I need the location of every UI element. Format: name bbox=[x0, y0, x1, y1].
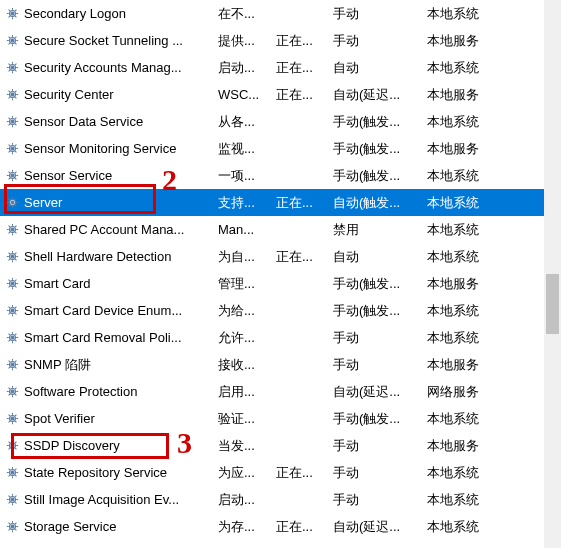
services-list[interactable]: Secondary Logon在不...手动本地系统Secure Socket … bbox=[0, 0, 561, 540]
service-name: SSDP Discovery bbox=[24, 438, 214, 453]
service-row[interactable]: Smart Card Removal Poli...允许...手动本地系统 bbox=[0, 324, 561, 351]
service-name-cell[interactable]: Sensor Data Service bbox=[0, 114, 218, 130]
service-description: 启动... bbox=[218, 59, 276, 77]
svg-point-21 bbox=[11, 282, 14, 285]
service-row[interactable]: Sensor Data Service从各...手动(触发...本地系统 bbox=[0, 108, 561, 135]
service-name-cell[interactable]: Smart Card bbox=[0, 276, 218, 292]
svg-point-7 bbox=[11, 93, 14, 96]
service-startup-type: 自动(延迟... bbox=[333, 86, 427, 104]
service-description: Man... bbox=[218, 222, 276, 237]
service-name-cell[interactable]: Smart Card Device Enum... bbox=[0, 303, 218, 319]
service-row[interactable]: Storage Service为存...正在...自动(延迟...本地系统 bbox=[0, 513, 561, 540]
service-description: 为自... bbox=[218, 248, 276, 266]
service-logon-as: 本地服务 bbox=[427, 86, 537, 104]
gear-icon bbox=[4, 492, 20, 508]
service-row[interactable]: Spot Verifier验证...手动(触发...本地系统 bbox=[0, 405, 561, 432]
service-row[interactable]: State Repository Service为应...正在...手动本地系统 bbox=[0, 459, 561, 486]
svg-point-15 bbox=[11, 201, 14, 204]
service-startup-type: 手动 bbox=[333, 329, 427, 347]
service-name: Sensor Service bbox=[24, 168, 214, 183]
service-name: Server bbox=[24, 195, 214, 210]
service-row[interactable]: Server支持...正在...自动(触发...本地系统 bbox=[0, 189, 561, 216]
svg-point-25 bbox=[11, 336, 14, 339]
service-name: Security Accounts Manag... bbox=[24, 60, 214, 75]
scrollbar-thumb[interactable] bbox=[546, 274, 559, 334]
gear-icon bbox=[4, 6, 20, 22]
svg-point-23 bbox=[11, 309, 14, 312]
service-row[interactable]: Smart Card Device Enum...为给...手动(触发...本地… bbox=[0, 297, 561, 324]
service-name: Storage Service bbox=[24, 519, 214, 534]
service-name: Smart Card bbox=[24, 276, 214, 291]
service-status: 正在... bbox=[276, 86, 333, 104]
service-row[interactable]: Shared PC Account Mana...Man...禁用本地系统 bbox=[0, 216, 561, 243]
service-name-cell[interactable]: SSDP Discovery bbox=[0, 438, 218, 454]
service-name-cell[interactable]: State Repository Service bbox=[0, 465, 218, 481]
svg-point-3 bbox=[11, 39, 14, 42]
service-name-cell[interactable]: Still Image Acquisition Ev... bbox=[0, 492, 218, 508]
service-row[interactable]: Still Image Acquisition Ev...启动...手动本地系统 bbox=[0, 486, 561, 513]
gear-icon bbox=[4, 195, 20, 211]
service-startup-type: 手动(触发... bbox=[333, 275, 427, 293]
service-row[interactable]: SNMP 陷阱接收...手动本地服务 bbox=[0, 351, 561, 378]
service-description: 启动... bbox=[218, 491, 276, 509]
gear-icon bbox=[4, 60, 20, 76]
service-startup-type: 自动 bbox=[333, 248, 427, 266]
service-row[interactable]: Sensor Monitoring Service监视...手动(触发...本地… bbox=[0, 135, 561, 162]
service-row[interactable]: Software Protection启用...自动(延迟...网络服务 bbox=[0, 378, 561, 405]
svg-point-33 bbox=[11, 444, 14, 447]
service-status: 正在... bbox=[276, 464, 333, 482]
service-status: 正在... bbox=[276, 518, 333, 536]
service-name-cell[interactable]: SNMP 陷阱 bbox=[0, 356, 218, 374]
service-startup-type: 禁用 bbox=[333, 221, 427, 239]
service-row[interactable]: Secondary Logon在不...手动本地系统 bbox=[0, 0, 561, 27]
service-logon-as: 本地系统 bbox=[427, 59, 537, 77]
service-name-cell[interactable]: Spot Verifier bbox=[0, 411, 218, 427]
service-name-cell[interactable]: Smart Card Removal Poli... bbox=[0, 330, 218, 346]
service-name-cell[interactable]: Shell Hardware Detection bbox=[0, 249, 218, 265]
service-description: 监视... bbox=[218, 140, 276, 158]
service-name-cell[interactable]: Storage Service bbox=[0, 519, 218, 535]
service-logon-as: 网络服务 bbox=[427, 383, 537, 401]
service-name-cell[interactable]: Security Center bbox=[0, 87, 218, 103]
service-row[interactable]: Secure Socket Tunneling ...提供...正在...手动本… bbox=[0, 27, 561, 54]
service-description: 在不... bbox=[218, 5, 276, 23]
service-name-cell[interactable]: Security Accounts Manag... bbox=[0, 60, 218, 76]
gear-icon bbox=[4, 276, 20, 292]
service-row[interactable]: SSDP Discovery当发...手动本地服务 bbox=[0, 432, 561, 459]
service-startup-type: 手动(触发... bbox=[333, 410, 427, 428]
service-row[interactable]: Shell Hardware Detection为自...正在...自动本地系统 bbox=[0, 243, 561, 270]
gear-icon bbox=[4, 411, 20, 427]
service-row[interactable]: Smart Card管理...手动(触发...本地服务 bbox=[0, 270, 561, 297]
service-description: 为存... bbox=[218, 518, 276, 536]
service-row[interactable]: Security CenterWSC...正在...自动(延迟...本地服务 bbox=[0, 81, 561, 108]
service-logon-as: 本地服务 bbox=[427, 140, 537, 158]
service-name-cell[interactable]: Server bbox=[0, 195, 218, 211]
service-startup-type: 手动 bbox=[333, 491, 427, 509]
service-name-cell[interactable]: Secondary Logon bbox=[0, 6, 218, 22]
service-name: Shell Hardware Detection bbox=[24, 249, 214, 264]
service-startup-type: 手动 bbox=[333, 356, 427, 374]
gear-icon bbox=[4, 222, 20, 238]
service-description: 管理... bbox=[218, 275, 276, 293]
service-description: 为应... bbox=[218, 464, 276, 482]
service-logon-as: 本地服务 bbox=[427, 275, 537, 293]
service-status: 正在... bbox=[276, 248, 333, 266]
service-name: Software Protection bbox=[24, 384, 214, 399]
service-row[interactable]: Security Accounts Manag...启动...正在...自动本地… bbox=[0, 54, 561, 81]
service-name-cell[interactable]: Secure Socket Tunneling ... bbox=[0, 33, 218, 49]
service-logon-as: 本地系统 bbox=[427, 329, 537, 347]
service-name: Sensor Monitoring Service bbox=[24, 141, 214, 156]
service-name-cell[interactable]: Sensor Monitoring Service bbox=[0, 141, 218, 157]
service-name-cell[interactable]: Software Protection bbox=[0, 384, 218, 400]
gear-icon bbox=[4, 168, 20, 184]
service-name-cell[interactable]: Sensor Service bbox=[0, 168, 218, 184]
service-status: 正在... bbox=[276, 194, 333, 212]
svg-point-37 bbox=[11, 498, 14, 501]
svg-point-11 bbox=[11, 147, 14, 150]
service-startup-type: 自动(触发... bbox=[333, 194, 427, 212]
service-status: 正在... bbox=[276, 59, 333, 77]
service-name-cell[interactable]: Shared PC Account Mana... bbox=[0, 222, 218, 238]
scrollbar-track[interactable] bbox=[546, 17, 559, 531]
service-row[interactable]: Sensor Service一项...手动(触发...本地系统 bbox=[0, 162, 561, 189]
vertical-scrollbar[interactable] bbox=[544, 0, 561, 548]
